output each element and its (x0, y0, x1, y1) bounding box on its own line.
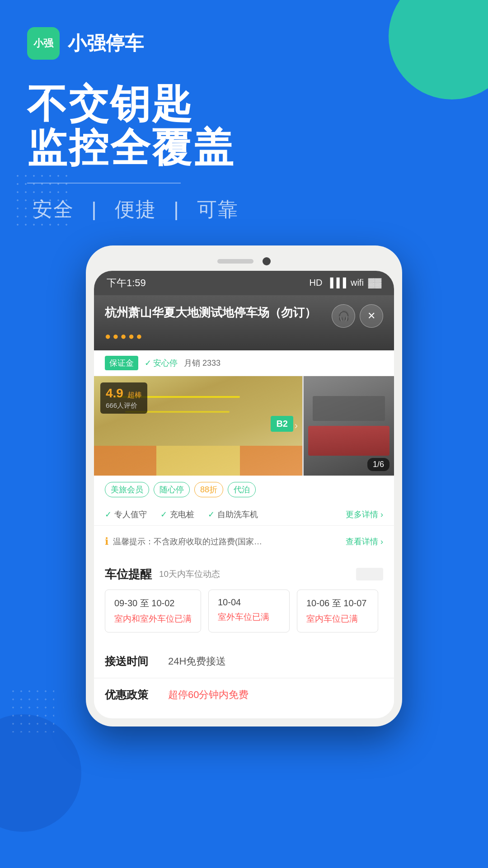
avail-date-2: 10-06 至 10-07 (306, 597, 369, 609)
check-guard-icon: ✓ (105, 509, 112, 519)
avail-status-2: 室内车位已满 (306, 613, 369, 625)
amenities-row: ✓ 专人值守 ✓ 充电桩 ✓ 自助洗车机 更多详情 › (94, 504, 394, 526)
check-carwash-icon: ✓ (208, 509, 215, 519)
availability-section: 车位提醒 10天内车位动态 09-30 至 10-02 室内和室外车位已满 10… (94, 557, 394, 642)
avail-card-2: 10-06 至 10-07 室内车位已满 (297, 590, 378, 632)
star-2: ● (113, 330, 118, 342)
avail-card-0: 09-30 至 10-02 室内和室外车位已满 (105, 590, 201, 632)
star-1: ● (105, 330, 111, 342)
transfer-time-label: 接送时间 (105, 654, 168, 669)
star-4: ● (128, 330, 134, 342)
chevron-right-icon: › (295, 420, 298, 432)
close-icon: ✕ (367, 310, 375, 322)
feature-tag-casual: 随心停 (154, 482, 190, 497)
avail-card-1: 10-04 室外车位已满 (208, 590, 290, 632)
signal-icon: ▐▐▐ (327, 278, 346, 288)
avail-status-1: 室外车位已满 (218, 611, 280, 623)
status-icons: HD ▐▐▐ wifi ▓▓ (310, 278, 381, 288)
app-name: 小强停车 (68, 31, 144, 56)
feature-tag-discount: 88折 (194, 482, 223, 497)
notice-row: ℹ 温馨提示：不含政府收取的过路费(国家… 查看详情 › (94, 529, 394, 554)
avail-date-1: 10-04 (218, 597, 280, 608)
parking-actions: 🎧 ✕ (332, 304, 383, 328)
phone-camera (263, 257, 271, 265)
star-5: ● (136, 330, 142, 342)
rating-badge: 4.9 超棒 666人评价 (100, 382, 147, 414)
close-button[interactable]: ✕ (360, 304, 383, 328)
transfer-time-row: 接送时间 24H免费接送 (94, 645, 394, 678)
amenity-charger: ✓ 充电桩 (160, 509, 194, 520)
wifi-icon: wifi (351, 278, 364, 288)
discount-value: 超停60分钟内免费 (168, 688, 249, 702)
headphone-icon: 🎧 (338, 310, 350, 322)
rating-number: 4.9 (106, 386, 123, 400)
monthly-sales: 月销 2333 (184, 358, 221, 368)
hero-divider (27, 183, 181, 184)
stars-row: ● ● ● ● ● (105, 330, 383, 342)
battery-icon: ▓▓ (368, 278, 381, 288)
status-time: 下午1:59 (107, 276, 146, 290)
safe-badge: ✓ 安心停 (145, 358, 178, 368)
hero-line2: 监控全覆盖 (27, 126, 461, 170)
discount-label: 优惠政策 (105, 688, 168, 702)
parking-header: 杭州萧山华夏大地测试地停车场（勿订） 🎧 ✕ ● ● ● ● (94, 295, 394, 350)
check-icon: ✓ (145, 358, 151, 368)
app-header: 小强 小强停车 (0, 0, 488, 69)
notice-text: 温馨提示：不含政府收取的过路费(国家… (113, 536, 341, 547)
feature-tag-vip: 美旅会员 (105, 482, 149, 497)
availability-grid: 09-30 至 10-02 室内和室外车位已满 10-04 室外车位已满 10-… (105, 590, 383, 632)
rating-label: 超棒 (127, 391, 142, 399)
star-3: ● (121, 330, 127, 342)
notice-icon: ℹ (105, 536, 108, 547)
availability-title: 车位提醒 (105, 566, 152, 582)
main-image[interactable]: B2 4.9 超棒 666人评价 › (94, 376, 302, 476)
images-section: B2 4.9 超棒 666人评价 › 1/6 (94, 376, 394, 476)
amenity-guard: ✓ 专人值守 (105, 509, 147, 520)
parking-title-row: 杭州萧山华夏大地测试地停车场（勿订） 🎧 ✕ (105, 304, 383, 328)
parking-title: 杭州萧山华夏大地测试地停车场（勿订） (105, 304, 326, 321)
headphone-button[interactable]: 🎧 (332, 304, 355, 328)
side-image[interactable]: 1/6 (304, 376, 394, 476)
phone-notch (94, 254, 394, 271)
phone-outer: 下午1:59 HD ▐▐▐ wifi ▓▓ 杭州萧山华夏大地测试地停车场（勿订）… (86, 245, 402, 726)
notice-link[interactable]: 查看详情 › (346, 536, 383, 547)
availability-subtitle: 10天内车位动态 (159, 568, 220, 580)
status-bar: 下午1:59 HD ▐▐▐ wifi ▓▓ (94, 271, 394, 295)
phone-screen: 下午1:59 HD ▐▐▐ wifi ▓▓ 杭州萧山华夏大地测试地停车场（勿订）… (94, 271, 394, 718)
avail-status-0: 室内和室外车位已满 (114, 613, 192, 625)
feature-tag-valet: 代泊 (228, 482, 256, 497)
transfer-time-value: 24H免费接送 (168, 655, 226, 668)
hero-subtitle: 安全 | 便捷 | 可靠 (27, 196, 461, 223)
feature-tags: 美旅会员 随心停 88折 代泊 (94, 476, 394, 504)
rating-count: 666人评价 (106, 401, 142, 410)
check-charger-icon: ✓ (160, 509, 167, 519)
more-details-link[interactable]: 更多详情 › (346, 509, 383, 520)
amenity-carwash: ✓ 自助洗车机 (208, 509, 258, 520)
avail-date-0: 09-30 至 10-02 (114, 597, 192, 609)
discount-row: 优惠政策 超停60分钟内免费 (94, 678, 394, 711)
hero-section: 不交钥匙 监控全覆盖 安全 | 便捷 | 可靠 (0, 69, 488, 223)
hero-line1: 不交钥匙 (27, 82, 461, 126)
image-counter: 1/6 (367, 458, 389, 471)
phone-speaker (217, 259, 253, 264)
hd-icon: HD (310, 278, 323, 288)
guarantee-badge: 保证金 (105, 356, 138, 370)
tags-row: 保证金 ✓ 安心停 月销 2333 (94, 350, 394, 376)
availability-title-row: 车位提醒 10天内车位动态 (105, 566, 383, 582)
app-logo: 小强 (27, 27, 60, 60)
phone-mockup: 下午1:59 HD ▐▐▐ wifi ▓▓ 杭州萧山华夏大地测试地停车场（勿订）… (0, 245, 488, 726)
